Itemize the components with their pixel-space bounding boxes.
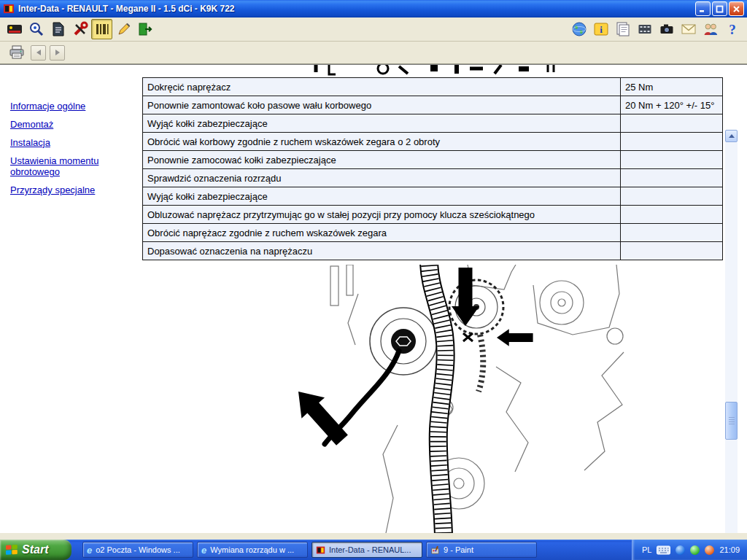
repair-icon [71,20,89,38]
info-book-icon: i [592,20,610,38]
contacts-icon [702,20,719,38]
inter-data-icon [316,545,325,555]
scrollbar-thumb[interactable] [725,402,738,440]
nav-toolbar [0,42,747,64]
globe-button[interactable] [568,19,589,39]
arrow-up-left-icon [288,381,354,451]
media-button[interactable] [634,19,655,39]
forward-button[interactable] [50,45,65,61]
table-row: Ponownie zamontować koło pasowe wału kor… [143,96,723,114]
search-info-icon [28,20,45,38]
notes-icon [614,20,632,38]
value-cell [621,169,723,187]
help-icon: ? [724,20,741,38]
documents-button[interactable] [47,19,69,39]
edit-icon [115,20,133,38]
taskbar: Start e o2 Poczta - Windows ... e Wymian… [0,540,747,560]
help-button[interactable]: ? [721,19,743,39]
vertical-scrollbar[interactable] [725,130,738,560]
back-icon [36,50,41,55]
camera-button[interactable] [656,19,677,39]
taskbar-items: e o2 Poczta - Windows ... e Wymiana rozr… [82,542,537,558]
contacts-button[interactable] [700,19,721,39]
clipped-image-strip [142,65,723,77]
minimize-button[interactable] [695,1,711,16]
step-cell: Obrócić wał korbowy zgodnie z ruchem wsk… [143,133,621,151]
step-cell: Dopasować oznaczenia na naprężaczu [143,242,621,260]
maximize-button[interactable] [712,1,727,16]
data-list-button[interactable] [91,19,112,39]
language-indicator[interactable]: PL [642,545,651,554]
value-cell [621,206,723,224]
sidebar-link-informacje-ogolne[interactable]: Informacje ogólne [10,101,133,112]
value-cell: 20 Nm + 120° +/- 15° [621,96,723,114]
taskbar-item-inter-data[interactable]: Inter-Data - RENAUL... [311,542,422,558]
table-row: Wyjąć kołki zabezpieczające [143,187,723,206]
edit-button[interactable] [113,19,134,39]
close-button[interactable] [729,1,744,16]
main-panel: Dokręcić naprężacz25 Nm Ponownie zamonto… [142,65,723,534]
search-info-button[interactable] [26,19,47,39]
window-title: Inter-Data - RENAULT - Megane II - 1.5 d… [18,4,694,14]
clock: 21:09 [719,545,740,554]
timing-mark [463,333,473,341]
paint-icon [430,545,440,555]
step-cell: Obluzować naprężacz przytrzymując go w s… [143,206,621,224]
taskbar-item-paint[interactable]: 9 - Paint [426,542,537,558]
sidebar-link-instalacja[interactable]: Instalacja [10,137,133,149]
minimize-icon [699,5,707,13]
value-cell [621,224,723,242]
taskbar-item-label: Wymiana rozrządu w ... [210,545,294,554]
step-cell: Sprawdzić oznaczenia rozrządu [143,169,621,187]
step-cell: Ponownie zamontować koło pasowe wału kor… [143,96,621,114]
diagnostics-button[interactable] [4,19,25,39]
taskbar-item-label: 9 - Paint [444,545,473,554]
step-cell: Obrócić naprężacz zgodnie z ruchem wskaz… [143,224,621,242]
sidebar-link-przyrzady-specjalne[interactable]: Przyrządy specjalne [10,184,133,196]
keyboard-icon[interactable] [657,545,670,555]
sidebar-nav: Informacje ogólne Demontaż Instalacja Us… [0,65,142,534]
back-button[interactable] [31,45,46,61]
scroll-up-icon [729,134,735,138]
taskbar-item-label: Inter-Data - RENAUL... [329,545,411,554]
sidebar-link-demontaz[interactable]: Demontaż [10,119,133,131]
exit-button[interactable] [135,19,156,39]
exit-icon [137,20,155,38]
taskbar-item-label: o2 Poczta - Windows ... [96,545,180,554]
svg-text:i: i [600,24,603,35]
data-list-icon [93,20,111,38]
table-row: Dopasować oznaczenia na naprężaczu [143,242,723,260]
scroll-up-button[interactable] [725,130,738,142]
value-cell [621,151,723,169]
info-book-button[interactable]: i [590,19,611,39]
green-status-icon[interactable] [690,545,700,555]
repair-button[interactable] [69,19,90,39]
taskbar-item-o2-poczta[interactable]: e o2 Poczta - Windows ... [82,542,193,558]
windows-logo-icon [5,544,18,556]
diagnostics-icon [6,20,23,38]
main-toolbar: i [0,18,747,42]
tensioner-pulley [370,308,437,375]
table-row: Ponownie zamocować kołki zabezpieczające [143,151,723,169]
sidebar-link-ustawienia-momentu[interactable]: Ustawienia momentu obrotowego [10,155,133,179]
notes-button[interactable] [612,19,633,39]
documents-icon [50,20,67,38]
toolbar-right-group: i [568,19,743,39]
application-window: Inter-Data - RENAULT - Megane II - 1.5 d… [0,0,747,560]
arrow-left-icon [497,329,533,346]
print-icon [8,44,26,61]
internet-explorer-icon: e [201,545,206,555]
value-cell [621,133,723,151]
start-button[interactable]: Start [0,540,71,560]
window-bottom-frame [0,533,747,540]
red-status-icon[interactable] [705,545,714,555]
chain-detail [479,335,483,392]
step-cell: Dokręcić naprężacz [143,78,621,96]
mail-button[interactable] [678,19,699,39]
print-button[interactable] [7,43,27,62]
media-icon [636,20,654,38]
procedure-table: Dokręcić naprężacz25 Nm Ponownie zamonto… [142,77,723,260]
table-row: Sprawdzić oznaczenia rozrządu [143,169,723,187]
blue-status-icon[interactable] [676,545,685,555]
taskbar-item-wymiana-rozrzadu[interactable]: e Wymiana rozrządu w ... [197,542,308,558]
